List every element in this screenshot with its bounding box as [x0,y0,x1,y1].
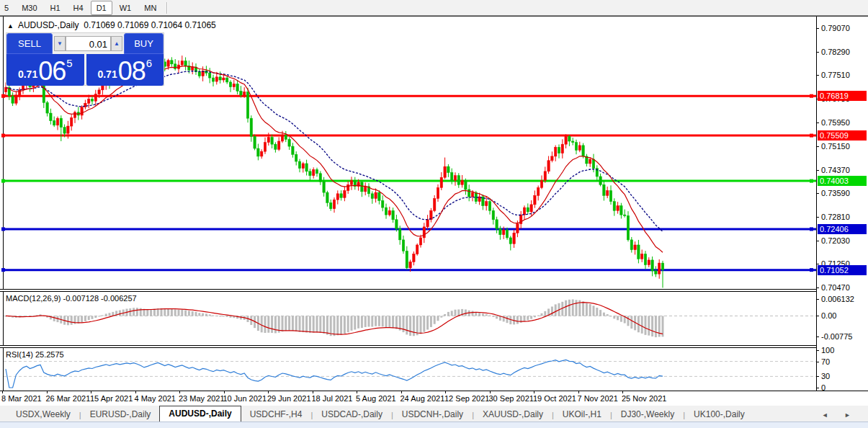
price-tick-label: 0.77510 [821,71,850,79]
price-tick-label: 0.79070 [821,24,850,32]
timeframe-button-h1[interactable]: H1 [45,1,66,15]
hline-price-badge: 0.75509 [818,130,867,141]
date-tick-label: 30 Sep 2021 [489,394,534,403]
chart-tab-usdchf-h4[interactable]: USDCHF-,H4 [241,408,311,422]
volume-increase-button[interactable]: ▲ [111,36,122,51]
bid-price-big: 06 [38,59,66,84]
timeframe-button-h4[interactable]: H4 [68,1,89,15]
price-axis[interactable]: 0.790700.782900.775100.767300.759500.751… [816,17,868,391]
rsi-tick-label: 100 [821,346,834,355]
collapse-triangle-icon[interactable]: ▲ [7,22,14,30]
macd-tick-label: 0.006132 [821,295,854,303]
chart-tab-uk100-daily[interactable]: UK100-,Daily [685,408,753,422]
one-click-trading-panel: SELL ▼ 0.01 ▲ BUY 0.71 06 5 0.71 [6,32,164,86]
timeframe-button-w1[interactable]: W1 [114,1,138,15]
axis-tick-mark [817,28,819,29]
volume-decrease-button[interactable]: ▼ [54,36,66,51]
chart-tab-usdcnh-daily[interactable]: USDCNH-,Daily [393,408,472,422]
axis-tick-mark [817,146,819,147]
macd-pane[interactable]: MACD(12,26,9) -0.007128 -0.006257 [0,292,816,345]
hline-price-badge: 0.71052 [818,265,867,275]
chart-tab-bar: USDX,Weekly|EURUSD-,DailyAUDUSD-,DailyUS… [0,406,868,422]
date-tick-label: 10 Jun 2021 [223,394,267,403]
date-tick-label: 25 Nov 2021 [622,394,666,403]
date-tick-mark [135,391,136,393]
volume-input[interactable]: 0.01 [66,36,111,51]
bid-price-prefix: 0.71 [18,68,37,80]
rsi-pane[interactable]: RSI(14) 25.2575 [0,348,816,391]
ask-price-big: 08 [118,59,146,84]
date-tick-mark [224,391,225,393]
chart-window: ▲AUDUSD-,Daily 0.71069 0.71069 0.71064 0… [0,16,868,406]
macd-label: MACD(12,26,9) -0.007128 -0.006257 [6,294,137,303]
date-tick-label: 5 Aug 2021 [356,394,396,403]
date-tick-mark [445,391,446,393]
date-tick-mark [401,391,402,393]
price-tick-label: 0.73590 [821,189,850,197]
date-tick-mark [313,391,313,393]
timeframe-button-5[interactable]: 5 [0,1,14,15]
bid-price-pip: 5 [66,57,72,69]
date-tick-label: 18 Jul 2021 [312,394,353,403]
date-tick-mark [578,391,579,393]
volume-spinner: ▼ 0.01 ▲ [53,33,124,54]
date-tick-label: 29 Jun 2021 [267,394,311,403]
date-tick-mark [2,391,3,393]
hline-price-badge: 0.76819 [818,91,867,101]
timeframe-button-m30[interactable]: M30 [16,1,42,15]
tab-scroll-arrows[interactable]: ◄ ► [822,409,858,422]
chart-tab-usdx-weekly[interactable]: USDX,Weekly [7,408,79,422]
timeframe-button-mn[interactable]: MN [138,1,162,15]
timeframe-button-d1[interactable]: D1 [91,1,112,15]
axis-tick-mark [817,336,819,337]
chart-tab-usdcad-daily[interactable]: USDCAD-,Daily [313,408,391,422]
date-tick-label: 7 Nov 2021 [578,394,618,403]
chart-tab-xauusd-daily[interactable]: XAUUSD-,Daily [474,408,552,422]
axis-tick-mark [817,52,819,53]
date-tick-label: 24 Aug 2021 [401,394,445,403]
date-tick-label: 4 May 2021 [135,394,176,403]
axis-tick-mark [817,299,819,300]
chart-title-symbol: AUDUSD-,Daily [18,20,79,30]
date-tick-label: 19 Oct 2021 [533,394,576,403]
axis-tick-mark [817,170,819,171]
chart-tab-audusd-daily[interactable]: AUDUSD-,Daily [159,406,241,422]
date-tick-label: 23 May 2021 [179,394,225,403]
price-pane[interactable]: ▲AUDUSD-,Daily 0.71069 0.71069 0.71064 0… [0,17,816,289]
axis-tick-mark [817,287,819,288]
chart-tab-eurusd-daily[interactable]: EURUSD-,Daily [81,408,160,422]
date-tick-mark [490,391,491,393]
status-bar [0,422,868,428]
timeframe-toolbar: 5M30H1H4D1W1MN [0,0,868,16]
ask-price-panel[interactable]: 0.71 08 6 [86,54,164,86]
price-tick-label: 0.74370 [821,166,850,174]
price-tick-label: 0.72810 [821,213,850,221]
toolbar-separator [166,2,168,14]
chart-tab-ukoil-h1[interactable]: UKOil-,H1 [554,408,610,422]
chart-tab-dj30-weekly[interactable]: DJ30-,Weekly [612,408,683,422]
chart-title-ohlc: 0.71069 0.71069 0.71064 0.71065 [84,20,216,30]
axis-tick-mark [817,75,819,76]
date-tick-mark [179,391,180,393]
date-tick-label: 12 Sep 2021 [444,394,489,403]
axis-tick-mark [817,193,819,194]
axis-tick-mark [817,122,819,123]
date-tick-mark [91,391,91,393]
price-tick-label: 0.72030 [821,236,850,245]
axis-tick-mark [817,264,819,264]
rsi-tick-label: 30 [821,372,830,380]
bid-price-panel[interactable]: 0.71 06 5 [6,54,84,86]
date-axis[interactable]: 8 Mar 202126 Mar 202115 Apr 20214 May 20… [0,391,868,406]
mt4-terminal: 5M30H1H4D1W1MN ▲AUDUSD-,Daily 0.71069 0.… [0,0,868,428]
axis-tick-mark [817,376,819,377]
hline-price-badge: 0.74003 [818,176,867,186]
rsi-tick-label: 70 [821,357,830,366]
macd-tick-label: -0.00775 [821,332,852,341]
rsi-tick-label: 0 [821,383,826,392]
macd-tick-label: 0.00 [821,311,836,320]
date-tick-mark [534,391,534,393]
axis-tick-mark [817,217,819,218]
buy-button[interactable]: BUY [124,33,164,54]
sell-button[interactable]: SELL [6,33,53,54]
rsi-chart [0,348,816,391]
